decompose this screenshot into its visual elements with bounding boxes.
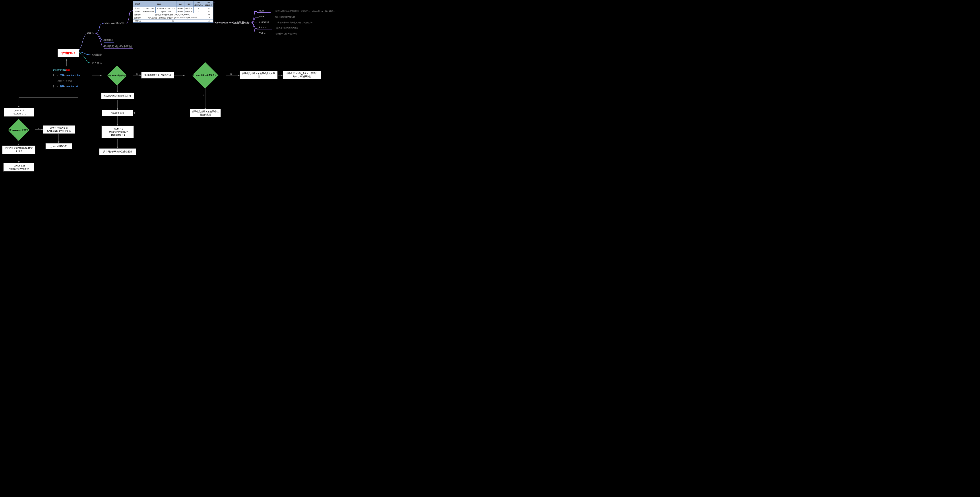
lock-line: { → 加锁：monitorenter: [53, 74, 80, 77]
diamond-recursions-zero: 判断_recursions是否等于0: [8, 119, 30, 141]
sync-line: synchronized(this): [53, 68, 71, 71]
box-occupied: 说明当前锁对象已经被占用: [141, 72, 174, 79]
d-recursions: 表示同步代码块的嵌入次数，初始值为0: [277, 21, 312, 24]
box-same-thread: 说明锁定当前对象的线程就是当前线程: [190, 109, 221, 117]
d-waitset: 存放处于等待状态的线程: [275, 32, 297, 35]
box-full-exit: 说明从多层synchronized中完全退出: [2, 145, 35, 154]
markword-table: 锁状态 56bit 1bit 4bit 1bit 2bit 是否偏向锁锁标志位 …: [133, 1, 213, 22]
d-owner: 锁定当前对象的线程ID: [275, 16, 295, 19]
f-entrylist: _EntryList: [257, 26, 272, 29]
f-count: _count: [257, 10, 270, 13]
edge-n2: N: [230, 73, 232, 75]
box-owner-clear: _owner 置空当前线程完全释放锁: [3, 163, 34, 171]
object-monitor-label: ObjectMonitor对象监视器对象: [215, 21, 249, 24]
box-entrylist: 当前线程加入到_EntryList阻塞队列中，等待获取锁: [283, 71, 321, 79]
array-len-label: 数组长度（数组对象的话）: [104, 45, 133, 49]
instance-data-label: 实例数据: [92, 53, 102, 57]
d-count: 表示当前锁对象是否被锁定，初始值为0；每次加锁 +1，每次解锁 -1: [275, 10, 335, 13]
edge-n1: N: [136, 73, 138, 75]
diamond-owner-current: 判断_owner指向的是否是当前线程: [192, 62, 218, 89]
f-owner: _owner: [257, 15, 270, 18]
box-not-full-exit: 说明还没有从多层synchronized中完全退出: [43, 125, 75, 134]
f-recursions: _recursions: [257, 21, 273, 24]
class-pointer-label: 类型指针: [104, 38, 114, 43]
diamond-count-zero: 判断_count是否等于0: [107, 66, 127, 86]
padding-label: 对齐填充: [92, 61, 102, 65]
d-entrylist: 存放处于阻塞状态的线程: [276, 27, 298, 30]
edge-y2: Y: [203, 94, 204, 96]
box-lock-ops: _count + 1_owner指向当前线程_recursions + 1: [102, 125, 134, 138]
box-exec-biz: 执行同步代码块中的业务逻辑: [99, 148, 136, 155]
box-other-thread: 说明锁定当前对象的线程是其它线程: [240, 71, 278, 79]
box-owner-keep: _owner保持不变: [45, 143, 72, 149]
edge-y3: Y: [17, 139, 18, 141]
root-node: 锁对象this: [57, 49, 79, 57]
biz-line: //执行业务逻辑: [57, 79, 72, 83]
edge-n3: N: [38, 127, 39, 130]
unlock-line: } → 解锁：monitorexit: [53, 85, 78, 88]
box-do-lock: 执行加锁操作: [102, 110, 133, 116]
box-decrement: _count - 1_recursions - 1: [4, 108, 34, 117]
object-header-label: 对象头: [87, 32, 94, 35]
markword-label: Mark Word标记字: [105, 21, 124, 25]
f-waitset: _WaitSet: [257, 32, 270, 35]
box-not-occupied: 说明当前锁对象没有被占用: [101, 92, 134, 99]
edge-y1: Y: [115, 85, 116, 87]
